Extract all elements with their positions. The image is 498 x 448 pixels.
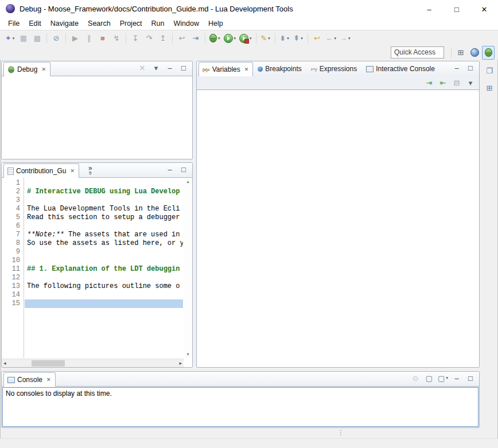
step-return-button[interactable]: ↥ [157,32,169,45]
editor-vertical-scrollbar[interactable]: ▴ ▾ [184,178,192,358]
save-button[interactable]: ▦ [17,32,30,45]
close-icon[interactable]: ✕ [244,67,249,72]
menu-run[interactable]: Run [147,18,169,29]
tab-variables[interactable]: (x)=Variables✕ [199,62,253,76]
tab-contribution-guide[interactable]: Contribution_Gu ✕ [3,163,79,178]
save-all-button[interactable]: ▩ [31,32,44,45]
restore-layout-button[interactable]: ⊞ [483,81,496,95]
close-icon[interactable]: ✕ [41,67,46,72]
scroll-right-icon[interactable]: ▸ [179,360,182,366]
search-button[interactable]: ✎▾ [259,32,272,45]
restore-view-button[interactable]: ❐ [483,64,496,77]
dropdown-arrow-icon[interactable]: ▾ [334,36,337,41]
view-menu-button[interactable]: ▾ [464,76,477,89]
dropdown-arrow-icon[interactable]: ▾ [234,36,236,41]
view-menu-button[interactable]: ▾ [150,61,162,75]
scroll-up-icon[interactable]: ▴ [186,179,189,184]
maximize-button[interactable]: □ [443,0,470,18]
tab-interactive-console[interactable]: Interactive Console [361,62,439,76]
quick-access-input[interactable]: Quick Access [391,46,444,59]
menu-navigate[interactable]: Navigate [46,18,83,29]
dropdown-arrow-icon[interactable]: ▾ [250,36,252,41]
scroll-down-icon[interactable]: ▾ [186,352,189,357]
minimize-button[interactable]: – [450,61,463,75]
last-edit-location-button[interactable]: ↩ [311,32,324,45]
code-line[interactable]: The following pictures outline some o [25,282,183,291]
debug-perspective-button[interactable] [482,46,495,60]
code-line[interactable]: The Lua Development Tools in the Ecli [25,205,183,213]
minimize-button[interactable]: – [164,61,176,75]
code-line[interactable]: # Interactive DEBUG using Lua Develop [25,188,183,196]
remove-terminated-button[interactable]: ✕ [136,61,149,75]
code-line[interactable]: ## 1. Explanation of the LDT debuggin [25,265,183,274]
scroll-left-icon[interactable]: ◂ [3,360,6,366]
open-perspective-button[interactable]: ⊞ [454,46,467,60]
run-button[interactable]: ▾ [223,32,238,45]
menu-file[interactable]: File [3,18,24,29]
open-console-button[interactable]: ▢▾ [437,371,449,385]
debug-button[interactable]: ▾ [208,32,221,45]
pin-console-button[interactable]: ⊙ [409,371,422,385]
display-console-button[interactable]: ▢ [423,371,435,385]
close-icon[interactable]: ✕ [46,377,51,383]
dropdown-arrow-icon[interactable]: ▾ [218,36,220,41]
external-tools-button[interactable]: ▾ [238,32,253,45]
menu-edit[interactable]: Edit [24,18,46,29]
code-line[interactable] [25,274,183,282]
tab-breakpoints[interactable]: Breakpoints [253,62,306,76]
disconnect-button[interactable]: ↯ [110,32,123,45]
scrollbar-thumb[interactable] [32,360,65,367]
step-over-button[interactable]: ↷ [143,32,155,45]
tab-console[interactable]: Console ✕ [3,372,56,387]
dropdown-arrow-icon[interactable]: ▾ [287,36,289,41]
minimize-button[interactable]: – [450,371,463,385]
dropdown-arrow-icon[interactable]: ▾ [301,36,303,41]
close-button[interactable]: ✕ [470,0,498,18]
code-line[interactable] [25,179,183,188]
code-line[interactable] [25,256,183,265]
variables-view-content[interactable] [197,90,479,367]
maximize-button[interactable]: □ [464,61,477,75]
show-type-names-button[interactable]: ⇥ [423,76,435,89]
collapse-all-button[interactable]: ⊟ [450,76,463,89]
lua-perspective-button[interactable] [468,46,481,60]
next-annotation-button[interactable]: ⇟▾ [278,32,291,45]
minimize-button[interactable]: – [164,162,176,176]
maximize-button[interactable]: □ [177,162,190,176]
sash-handle[interactable]: ⋮ [337,428,344,438]
close-icon[interactable]: ✕ [70,168,75,174]
code-line[interactable]: Read this section to setup a debugger [25,213,183,222]
terminate-button[interactable]: ■ [96,32,109,45]
editor-code[interactable]: # Interactive DEBUG using Lua DevelopThe… [25,178,183,358]
show-logical-structures-button[interactable]: ⇤ [437,76,449,89]
minimize-button[interactable]: – [415,0,443,18]
code-line[interactable] [25,248,183,256]
forward-button[interactable]: →▾ [339,32,352,45]
resume-button[interactable]: ▶ [69,32,81,45]
console-content[interactable]: No consoles to display at this time. [2,387,478,427]
code-line[interactable] [25,222,183,231]
step-filters-button[interactable]: ⇥ [189,32,202,45]
code-line[interactable] [25,196,183,205]
maximize-button[interactable]: □ [177,61,190,75]
code-line[interactable] [25,291,183,299]
new-wizard-button[interactable]: ✦▾ [3,32,16,45]
step-into-button[interactable]: ↧ [129,32,142,45]
code-line[interactable]: **Note:** The assets that are used in [25,231,183,239]
skip-breakpoints-button[interactable]: ⊘ [50,32,63,45]
menu-project[interactable]: Project [115,18,147,29]
menu-help[interactable]: Help [204,18,228,29]
debug-view-content[interactable] [2,76,192,159]
previous-annotation-button[interactable]: ⇞▾ [292,32,305,45]
suspend-button[interactable]: ∥ [83,32,95,45]
drop-to-frame-button[interactable]: ↩ [176,32,188,45]
code-line[interactable] [25,299,183,308]
editor-horizontal-scrollbar[interactable]: ◂ ▸ [2,359,184,367]
editor-tab-overflow[interactable]: » 5 [85,163,96,177]
maximize-button[interactable]: □ [464,371,477,385]
tab-debug[interactable]: Debug ✕ [3,62,50,76]
menu-window[interactable]: Window [169,18,204,29]
dropdown-arrow-icon[interactable]: ▾ [13,36,15,41]
code-line[interactable]: So use the assets as listed here, or y [25,239,183,248]
dropdown-arrow-icon[interactable]: ▾ [268,36,270,41]
